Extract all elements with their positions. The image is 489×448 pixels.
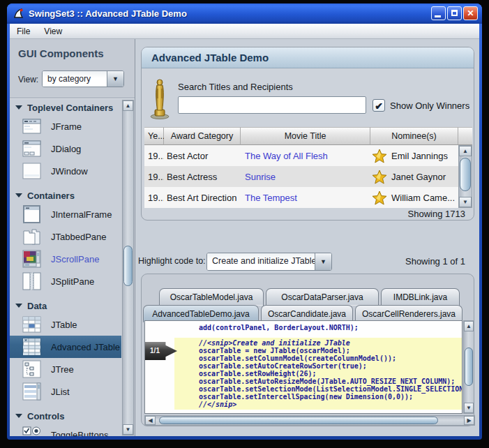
minimize-button[interactable]	[431, 6, 446, 20]
advanced-jtable-icon	[22, 338, 41, 356]
restore-button[interactable]	[447, 6, 462, 20]
jsplitpane-icon	[22, 272, 41, 290]
close-button[interactable]: ✕	[463, 6, 478, 20]
menu-file[interactable]: File	[10, 24, 37, 38]
column-header-spacer	[458, 127, 472, 145]
sidebar-item-jtree[interactable]: JTree	[10, 358, 121, 380]
code-line: oscarTable = new JTable(oscarModel);	[199, 347, 462, 354]
app-window: SwingSet3 :: Advanced JTable Demo ✕ File…	[7, 3, 482, 440]
view-combobox-button[interactable]: ▼	[107, 71, 123, 87]
oscar-statue-icon	[149, 77, 171, 119]
cell-nominee: Emil Jannings	[391, 151, 448, 161]
tab-oscartablemodel[interactable]: OscarTableModel.java	[159, 288, 264, 306]
scroll-up-icon[interactable]: ▲	[464, 321, 474, 331]
section-containers[interactable]: Containers	[10, 188, 121, 203]
code-vscrollbar-thumb[interactable]	[465, 348, 473, 386]
section-data[interactable]: Data	[10, 298, 121, 313]
code-line: oscarTable.setColumnModel(createColumnMo…	[199, 354, 462, 362]
chevron-down-icon: ▼	[112, 75, 119, 82]
scroll-up-icon[interactable]: ▲	[459, 146, 472, 156]
table-scrollbar-thumb[interactable]	[460, 158, 471, 191]
collapse-triangle-icon	[15, 304, 22, 308]
winner-star-icon	[372, 149, 387, 163]
tab-oscardataparser[interactable]: OscarDataParser.java	[266, 288, 379, 306]
search-label: Search Titles and Recipients	[178, 82, 293, 92]
jinternalframe-icon	[22, 205, 41, 223]
cell-year: 19...	[144, 193, 164, 203]
collapse-triangle-icon	[15, 193, 22, 197]
sidebar-item-jlist[interactable]: JList	[10, 380, 121, 403]
tab-imdblink[interactable]: IMDBLink.java	[381, 288, 460, 306]
table-row[interactable]: 19... Best Actor The Way of All Flesh Em…	[144, 145, 472, 166]
sidebar-item-jtabbedpane[interactable]: JTabbedPane	[10, 225, 121, 248]
table-row[interactable]: 19... Best Art Direction The Tempest Wil…	[144, 187, 472, 208]
demo-header: Advanced JTable Demo	[142, 47, 474, 68]
demo-title: Advanced JTable Demo	[151, 52, 269, 64]
sidebar-item-jframe[interactable]: JFrame	[10, 115, 121, 137]
chevron-down-icon: ▼	[320, 258, 326, 265]
jscrollpane-icon	[22, 250, 41, 268]
show-only-winners-checkbox[interactable]: ✔	[373, 99, 385, 112]
code-line-comment: //</snip>	[199, 401, 462, 408]
sidebar-item-jscrollpane[interactable]: JScrollPane	[10, 248, 121, 270]
code-horizontal-scrollbar[interactable]: ◀ ▶	[144, 415, 475, 426]
cell-movie-link[interactable]: Sunrise	[241, 172, 370, 182]
code-panel: OscarTableModel.java OscarDataParser.jav…	[141, 274, 474, 426]
scroll-right-icon[interactable]: ▶	[464, 416, 474, 425]
section-controls[interactable]: Controls	[10, 408, 121, 424]
code-line: oscarTable.setRowHeight(26);	[199, 370, 462, 378]
sidebar-item-jsplitpane[interactable]: JSplitPane	[10, 270, 121, 292]
cell-category: Best Actress	[164, 172, 241, 182]
sidebar-item-jtable[interactable]: JTable	[10, 313, 121, 336]
table-row[interactable]: 19... Best Actress Sunrise Janet Gaynor	[144, 166, 472, 187]
column-header-movie-title[interactable]: Movie Title	[241, 127, 370, 145]
table-header-row: Ye... Award Category Movie Title Nominee…	[144, 127, 472, 145]
winner-star-icon	[372, 170, 387, 184]
view-combobox[interactable]: by category ▼	[42, 70, 124, 87]
code-line: oscarTable.setAutoCreateRowSorter(true);	[199, 362, 462, 370]
section-toplevel-containers[interactable]: Toplevel Containers	[10, 100, 121, 115]
scroll-down-icon[interactable]: ▼	[123, 424, 133, 435]
collapse-triangle-icon	[15, 105, 22, 110]
checkmark-icon: ✔	[375, 100, 383, 112]
column-header-nominees[interactable]: Nominee(s)	[370, 127, 458, 145]
scroll-down-icon[interactable]: ▼	[459, 197, 472, 207]
sidebar-item-jdialog[interactable]: JDialog	[10, 137, 121, 160]
highlight-combobox-button[interactable]: ▼	[315, 253, 331, 270]
view-combobox-value: by category	[43, 71, 107, 87]
title-bar[interactable]: SwingSet3 :: Advanced JTable Demo ✕	[7, 3, 482, 24]
code-showing-status: Showing 1 of 1	[405, 256, 465, 267]
oscars-table: Ye... Award Category Movie Title Nominee…	[144, 127, 472, 208]
sidebar-item-jinternalframe[interactable]: JInternalFrame	[10, 203, 121, 225]
sidebar-title: GUI Components	[18, 47, 104, 59]
sidebar-scrollbar[interactable]: ▲ ▼	[122, 100, 134, 435]
jframe-icon	[22, 117, 41, 135]
code-viewer[interactable]: add(controlPanel, BorderLayout.NORTH); /…	[144, 320, 462, 414]
sidebar-item-advanced-jtable[interactable]: Advanced JTable	[10, 336, 121, 358]
scroll-down-icon[interactable]: ▼	[464, 403, 474, 413]
sidebar-scrollbar-thumb[interactable]	[123, 246, 133, 286]
table-scrollbar[interactable]: ▲ ▼	[458, 145, 472, 208]
highlight-code-combobox[interactable]: Create and initialize JTable ▼	[206, 253, 332, 271]
jdialog-icon	[22, 140, 41, 158]
jwindow-icon	[22, 162, 41, 180]
code-vertical-scrollbar[interactable]: ▲ ▼	[463, 320, 474, 414]
menu-view[interactable]: View	[37, 24, 69, 38]
search-input[interactable]	[178, 96, 366, 114]
close-icon: ✕	[464, 7, 477, 20]
scroll-up-icon[interactable]: ▲	[123, 100, 133, 111]
column-header-award-category[interactable]: Award Category	[164, 127, 241, 145]
sidebar-item-jwindow[interactable]: JWindow	[10, 160, 121, 182]
scroll-left-icon[interactable]: ◀	[145, 416, 156, 425]
view-label: View:	[18, 75, 38, 84]
main-area: Advanced JTable Demo Search Titles	[135, 39, 479, 436]
component-list: Toplevel Containers JFrame JDialog	[10, 100, 121, 436]
cell-movie-link[interactable]: The Way of All Flesh	[241, 151, 370, 161]
menu-bar: File View	[10, 24, 479, 39]
code-hscrollbar-thumb[interactable]	[159, 417, 438, 424]
cell-movie-link[interactable]: The Tempest	[241, 193, 370, 203]
jtable-icon	[22, 315, 41, 334]
column-header-year[interactable]: Ye...	[144, 127, 164, 145]
jtree-icon	[22, 360, 41, 378]
sidebar-item-togglebuttons[interactable]: ToggleButtons	[10, 424, 121, 436]
